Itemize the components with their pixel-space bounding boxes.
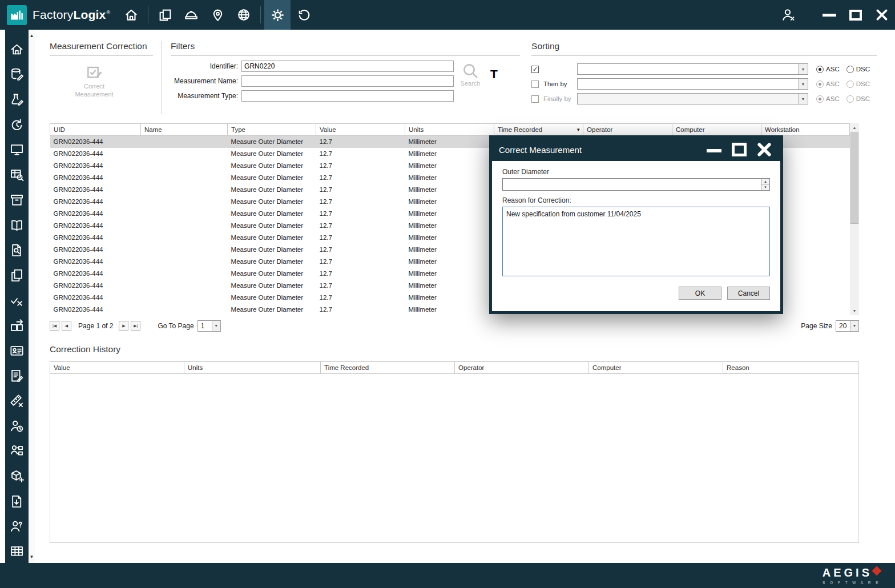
sidebar-item-document-export[interactable]: [5, 489, 29, 514]
sort-then-by-asc-radio[interactable]: [816, 80, 824, 88]
history-column-value[interactable]: Value: [50, 361, 184, 373]
text-filter-button[interactable]: T: [490, 67, 498, 81]
spinner-down-button[interactable]: ▼: [761, 185, 769, 191]
settings-button[interactable]: [264, 0, 291, 30]
column-header-type[interactable]: Type: [228, 124, 316, 136]
goto-page-select[interactable]: 1 ▼: [197, 320, 221, 332]
search-button[interactable]: Search: [457, 62, 483, 87]
scroll-up-icon[interactable]: ▲: [850, 123, 859, 132]
sort-then-by-dsc-radio[interactable]: [846, 80, 854, 88]
sidebar-item-user-clock[interactable]: [5, 413, 29, 438]
sidebar-scroll-down-icon[interactable]: ▼: [30, 554, 34, 559]
globe-button[interactable]: [231, 0, 257, 30]
table-vertical-scrollbar[interactable]: ▲ ▼: [850, 123, 859, 315]
sidebar-item-archive[interactable]: [5, 187, 29, 212]
outer-diameter-input[interactable]: [503, 179, 761, 190]
sidebar-item-history[interactable]: [5, 112, 29, 137]
sort-primary-dsc-radio[interactable]: [846, 66, 854, 73]
sort-filter-arrow-icon[interactable]: ▼: [576, 127, 580, 132]
close-button[interactable]: [869, 0, 895, 30]
correct-measurement-button[interactable]: CorrectMeasurement: [64, 63, 124, 99]
sort-primary-dropdown[interactable]: ▼: [577, 63, 808, 75]
history-column-units[interactable]: Units: [184, 361, 321, 373]
sidebar-item-validate[interactable]: [5, 288, 29, 313]
dialog-maximize-button[interactable]: [727, 139, 752, 160]
maximize-icon: [732, 143, 747, 156]
sidebar-item-book[interactable]: [5, 212, 29, 237]
dialog-close-button[interactable]: [752, 139, 777, 160]
sort-then-by-dropdown[interactable]: ▼: [577, 78, 808, 90]
location-button[interactable]: [204, 0, 231, 30]
minimize-button[interactable]: [816, 0, 842, 30]
sort-row-then-by: Then by ▼ ASC DSC: [531, 76, 877, 91]
chevron-down-icon[interactable]: ▼: [798, 64, 808, 74]
sidebar-item-database-edit[interactable]: [5, 62, 29, 87]
document-export-icon: [9, 494, 25, 509]
sidebar-item-user-hierarchy[interactable]: [5, 438, 29, 464]
column-header-units[interactable]: Units: [405, 124, 494, 136]
measurement-type-input[interactable]: [241, 90, 454, 102]
chevron-down-icon[interactable]: ▼: [850, 321, 858, 331]
column-header-time-recorded[interactable]: Time Recorded▼: [494, 124, 583, 136]
sidebar-item-package-add[interactable]: [5, 464, 29, 489]
chevron-down-icon[interactable]: ▼: [212, 321, 220, 331]
history-column-computer[interactable]: Computer: [589, 361, 723, 373]
history-column-reason[interactable]: Reason: [723, 361, 859, 373]
maximize-icon: [849, 10, 862, 21]
production-button[interactable]: [178, 0, 204, 30]
scrollbar-thumb[interactable]: [850, 132, 858, 224]
sort-then-by-checkbox[interactable]: [531, 80, 539, 88]
sidebar-item-transfer[interactable]: [5, 313, 29, 338]
first-page-button[interactable]: |◀: [50, 321, 59, 331]
page-size-select[interactable]: 20 ▼: [836, 320, 859, 332]
sidebar-scroll-up-icon[interactable]: ▲: [30, 33, 34, 38]
history-column-operator[interactable]: Operator: [455, 361, 589, 373]
identifier-input[interactable]: [241, 61, 454, 72]
scroll-down-icon[interactable]: ▼: [850, 307, 859, 315]
sidebar-item-copy-pages[interactable]: [5, 263, 29, 288]
next-page-button[interactable]: ▶: [119, 321, 128, 331]
transfer-icon: [9, 318, 25, 333]
measurement-correction-section: Measurement Correction CorrectMeasuremen…: [50, 41, 162, 114]
column-header-name[interactable]: Name: [141, 124, 228, 136]
last-page-button[interactable]: ▶|: [131, 321, 140, 331]
sort-finally-by-checkbox[interactable]: [531, 95, 539, 103]
chevron-down-icon[interactable]: ▼: [798, 79, 808, 89]
sidebar-item-document-search[interactable]: [5, 237, 29, 263]
spinner-up-button[interactable]: ▲: [761, 179, 769, 185]
sidebar-item-user-question[interactable]: [5, 514, 29, 539]
sort-primary-checkbox[interactable]: ✓: [531, 66, 539, 73]
documents-button[interactable]: [152, 0, 178, 30]
ok-button[interactable]: OK: [679, 287, 721, 300]
reason-textarea[interactable]: New specification from customer 11/04/20…: [502, 207, 770, 276]
sort-finally-by-dropdown[interactable]: ▼: [577, 93, 808, 104]
sort-finally-by-asc-radio[interactable]: [816, 95, 824, 103]
column-header-uid[interactable]: UID: [50, 124, 141, 136]
history-column-time-recorded[interactable]: Time Recorded: [321, 361, 455, 373]
sidebar-item-table-search[interactable]: [5, 162, 29, 187]
sidebar-item-measurement-correction[interactable]: [5, 388, 29, 413]
identifier-label: Identifier:: [171, 62, 238, 70]
column-header-computer[interactable]: Computer: [672, 124, 761, 136]
sidebar-item-home[interactable]: [5, 37, 29, 62]
column-header-operator[interactable]: Operator: [583, 124, 672, 136]
history-button[interactable]: [291, 0, 317, 30]
sidebar-item-production-edit[interactable]: [5, 87, 29, 112]
previous-page-button[interactable]: ◀: [62, 321, 71, 331]
maximize-button[interactable]: [842, 0, 869, 30]
sidebar-item-report-edit[interactable]: [5, 363, 29, 388]
user-logout-button[interactable]: [775, 0, 801, 30]
sort-primary-asc-radio[interactable]: [816, 66, 824, 73]
sidebar-item-table-grid[interactable]: [5, 539, 29, 563]
sidebar-scrollbar[interactable]: ▲ ▼: [29, 30, 35, 563]
column-header-value[interactable]: Value: [316, 124, 405, 136]
column-header-workstation[interactable]: Workstation: [761, 124, 850, 136]
home-button[interactable]: [118, 0, 144, 30]
sidebar-item-id-card[interactable]: [5, 338, 29, 363]
chevron-down-icon[interactable]: ▼: [798, 94, 808, 104]
sidebar-item-monitor[interactable]: [5, 137, 29, 162]
cancel-button[interactable]: Cancel: [727, 287, 770, 300]
measurement-name-input[interactable]: [241, 75, 454, 87]
dialog-minimize-button[interactable]: [702, 139, 727, 160]
sort-finally-by-dsc-radio[interactable]: [846, 95, 854, 103]
